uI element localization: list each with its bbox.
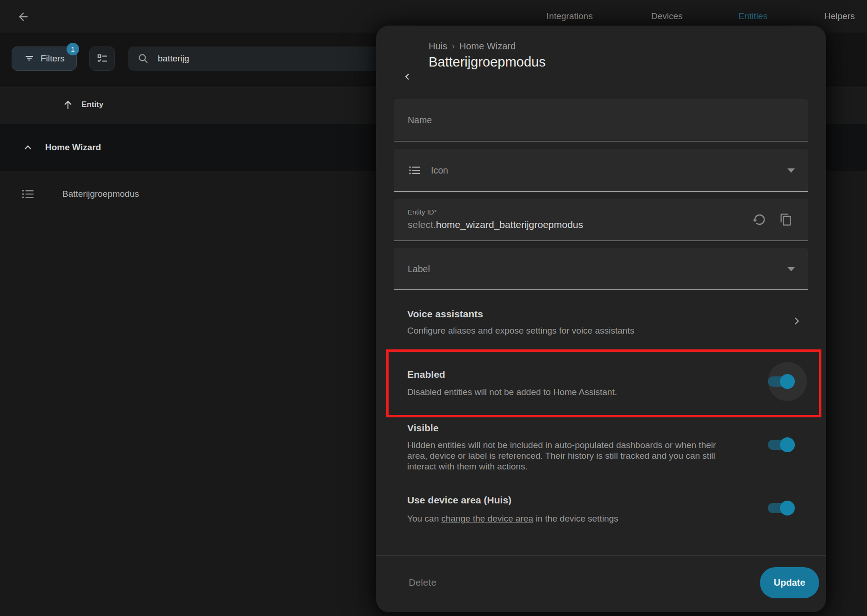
back-button[interactable] (14, 7, 33, 26)
use-device-area-toggle[interactable] (768, 501, 796, 516)
name-field[interactable]: Name (394, 99, 808, 141)
tab-label: Integrations (546, 11, 592, 21)
chevron-left-icon (401, 71, 413, 83)
format-list-bulleted-icon (20, 187, 35, 201)
select-mode-button[interactable] (89, 47, 115, 71)
sort-ascending-icon[interactable] (62, 99, 74, 111)
icon-field[interactable]: Icon (394, 149, 808, 192)
update-label: Update (774, 577, 806, 588)
chevron-down-icon (787, 168, 795, 173)
restore-icon (752, 213, 766, 227)
entity-id-field-label: Entity ID* (408, 208, 437, 216)
entity-name: Batterijgroepmodus (62, 189, 139, 199)
label-field-label: Label (408, 263, 430, 274)
delete-label: Delete (409, 577, 437, 588)
filters-label: Filters (40, 54, 65, 64)
search-input[interactable]: batterijg (128, 47, 389, 71)
change-device-area-link[interactable]: change the device area (441, 514, 533, 523)
entity-row-batterijgroepmodus[interactable]: Batterijgroepmodus (0, 171, 326, 217)
dialog-back-button[interactable] (397, 67, 417, 87)
use-device-area-title: Use device area (Huis) (407, 495, 511, 506)
breadcrumb: Huis › Home Wizard (429, 40, 516, 52)
arrow-left-icon (17, 10, 30, 23)
subtitle-suffix: in the device settings (533, 514, 618, 523)
tab-helpers[interactable]: Helpers (824, 0, 854, 33)
entity-id-value: select.home_wizard_batterijgroepmodus (408, 219, 583, 230)
subtitle-prefix: You can (407, 514, 441, 523)
use-device-area-subtitle: You can change the device area in the de… (407, 513, 618, 524)
dialog-title: Batterijgroepmodus (429, 54, 545, 70)
visible-toggle[interactable] (768, 437, 796, 452)
copy-icon (780, 213, 793, 226)
label-field[interactable]: Label (394, 248, 808, 290)
visible-subtitle: Hidden entities will not be included in … (407, 440, 775, 472)
tab-label: Entities (739, 11, 767, 21)
annotation-red-box (386, 349, 821, 417)
entity-settings-dialog: Huis › Home Wizard Batterijgroepmodus Na… (376, 26, 826, 612)
icon-field-label: Icon (431, 165, 448, 175)
tab-label: Devices (651, 11, 683, 21)
voice-assistants-title: Voice assistants (407, 308, 483, 320)
tab-label: Helpers (824, 11, 854, 21)
badge-value: 1 (71, 45, 74, 53)
chevron-down-icon (787, 267, 795, 271)
checklist-icon (96, 53, 108, 65)
entity-id-field[interactable]: Entity ID* select.home_wizard_batterijgr… (394, 199, 808, 241)
search-value: batterijg (158, 54, 189, 64)
name-field-label: Name (408, 115, 432, 126)
group-name: Home Wizard (45, 142, 101, 153)
column-header-entity[interactable]: Entity (81, 100, 103, 109)
filter-icon (24, 53, 35, 64)
update-button[interactable]: Update (760, 567, 819, 598)
copy-entity-id-button[interactable] (776, 210, 796, 229)
restore-entity-id-button[interactable] (749, 210, 769, 229)
toggle-thumb (780, 437, 795, 452)
format-list-bulleted-icon (408, 163, 422, 177)
breadcrumb-separator: › (452, 41, 455, 51)
footer-divider (376, 555, 826, 556)
visible-title: Visible (407, 422, 438, 434)
breadcrumb-device[interactable]: Home Wizard (459, 41, 516, 52)
entity-id-domain: select. (408, 219, 436, 230)
chevron-up-icon (21, 141, 34, 154)
search-icon (137, 53, 149, 65)
breadcrumb-area[interactable]: Huis (429, 41, 447, 52)
delete-button[interactable]: Delete (397, 571, 448, 594)
toggle-thumb (780, 501, 795, 516)
filters-count-badge: 1 (67, 43, 79, 55)
chevron-right-icon (790, 314, 804, 328)
entity-id-object: home_wizard_batterijgroepmodus (436, 219, 583, 230)
voice-assistants-subtitle: Configure aliases and expose settings fo… (407, 325, 634, 336)
